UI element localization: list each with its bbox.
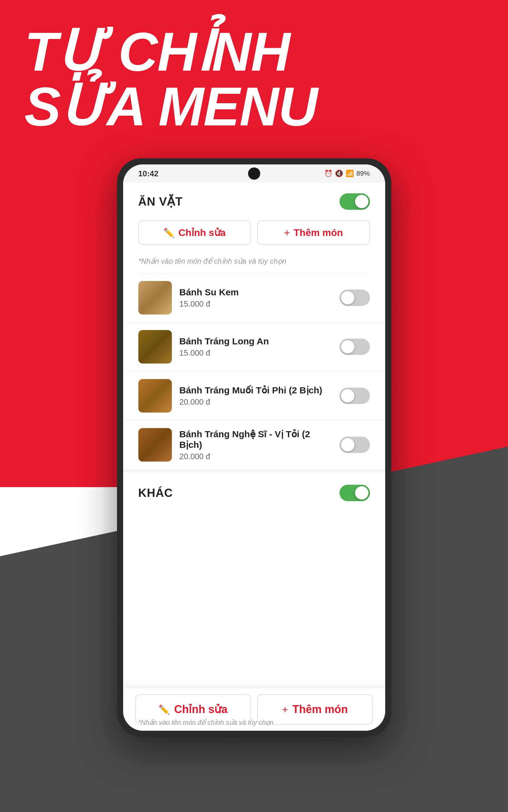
an-vat-hint: *Nhấn vào tên món để chỉnh sửa và tùy ch…: [123, 254, 385, 273]
banh-trang-long-an-price: 15.000 đ: [179, 348, 332, 358]
banh-nghe-si-toggle[interactable]: [339, 437, 370, 453]
pencil-icon-2: ✏️: [159, 704, 170, 715]
menu-item-banh-trang-long-an: Bánh Tráng Long An 15.000 đ: [123, 323, 385, 372]
banh-nghe-si-toggle-knob: [341, 438, 354, 451]
banh-muoi-toi-phi-toggle-knob: [341, 389, 354, 402]
status-bar: 10:42 ⏰ 🔇 📶 89%: [123, 164, 385, 183]
banh-su-kem-info[interactable]: Bánh Su Kem 15.000 đ: [179, 287, 332, 309]
banh-su-kem-price: 15.000 đ: [179, 299, 332, 309]
banh-su-kem-toggle[interactable]: [339, 290, 370, 306]
bottom-add-label: Thêm món: [292, 703, 348, 716]
menu-item-banh-muoi-toi-phi: Bánh Tráng Muối Tỏi Phi (2 Bịch) 20.000 …: [123, 372, 385, 421]
banh-nghe-si-placeholder: [138, 428, 172, 462]
khac-toggle-knob: [355, 486, 369, 499]
banh-muoi-toi-phi-price: 20.000 đ: [179, 397, 332, 407]
banh-nghe-si-image: [138, 428, 172, 462]
an-vat-actions: ✏️ Chỉnh sửa + Thêm món: [123, 218, 385, 254]
banh-muoi-toi-phi-info[interactable]: Bánh Tráng Muối Tỏi Phi (2 Bịch) 20.000 …: [179, 385, 332, 407]
wifi-icon: 📶: [346, 170, 354, 178]
an-vat-toggle[interactable]: [339, 193, 370, 210]
hero-title-line1: TỰ CHỈNH: [25, 25, 317, 79]
banh-nghe-si-price: 20.000 đ: [179, 452, 332, 461]
an-vat-edit-label: Chỉnh sửa: [178, 227, 225, 238]
battery-text: 89%: [356, 170, 370, 178]
hero-title-line2: SỬA MENU: [25, 79, 317, 134]
an-vat-edit-button[interactable]: ✏️ Chỉnh sửa: [138, 221, 251, 245]
phone-screen: 10:42 ⏰ 🔇 📶 89% ĂN VẶT: [123, 164, 385, 731]
banh-trang-long-an-info[interactable]: Bánh Tráng Long An 15.000 đ: [179, 336, 332, 358]
bottom-hint: *Nhấn vào tên món để chỉnh sửa và tùy ch…: [138, 714, 370, 731]
banh-trang-long-an-toggle[interactable]: [339, 339, 370, 355]
banh-nghe-si-info[interactable]: Bánh Tráng Nghệ Sĩ - Vị Tỏi (2 Bịch) 20.…: [179, 429, 332, 461]
banh-nghe-si-name: Bánh Tráng Nghệ Sĩ - Vị Tỏi (2 Bịch): [179, 429, 332, 450]
khac-header: KHÁC: [138, 482, 370, 504]
banh-muoi-toi-phi-name: Bánh Tráng Muối Tỏi Phi (2 Bịch): [179, 385, 332, 395]
banh-su-kem-image: [138, 281, 172, 315]
hero-title: TỰ CHỈNH SỬA MENU: [25, 25, 317, 134]
plus-icon-1: +: [284, 227, 290, 239]
alarm-icon: ⏰: [324, 170, 333, 178]
phone-frame: 10:42 ⏰ 🔇 📶 89% ĂN VẶT: [117, 158, 391, 737]
khac-title: KHÁC: [138, 486, 173, 499]
bottom-edit-label: Chỉnh sửa: [174, 703, 227, 716]
plus-icon-2: +: [282, 704, 288, 715]
banh-trang-long-an-toggle-knob: [341, 340, 354, 353]
banh-su-kem-placeholder: [138, 281, 172, 315]
an-vat-add-label: Thêm món: [294, 227, 343, 238]
banh-muoi-placeholder: [138, 379, 172, 413]
an-vat-header: ĂN VẶT: [123, 183, 385, 218]
an-vat-toggle-knob: [355, 195, 369, 208]
menu-item-banh-su-kem: Bánh Su Kem 15.000 đ: [123, 273, 385, 323]
camera-notch: [248, 168, 260, 180]
banh-trang-long-an-name: Bánh Tráng Long An: [179, 336, 332, 346]
phone-container: 10:42 ⏰ 🔇 📶 89% ĂN VẶT: [117, 158, 391, 737]
banh-su-kem-toggle-knob: [341, 291, 354, 304]
status-time: 10:42: [138, 169, 159, 179]
mute-icon: 🔇: [335, 170, 343, 178]
banh-su-kem-name: Bánh Su Kem: [179, 287, 332, 297]
banh-trang-long-an-placeholder: [138, 330, 172, 364]
khac-toggle[interactable]: [339, 485, 370, 501]
an-vat-add-button[interactable]: + Thêm món: [257, 221, 370, 245]
pencil-icon-1: ✏️: [163, 228, 175, 238]
khac-section: KHÁC: [123, 470, 385, 510]
menu-item-banh-nghe-si: Bánh Tráng Nghệ Sĩ - Vị Tỏi (2 Bịch) 20.…: [123, 421, 385, 470]
an-vat-title: ĂN VẶT: [138, 195, 183, 208]
camera-area: [248, 168, 260, 180]
status-icons: ⏰ 🔇 📶 89%: [324, 170, 370, 178]
banh-trang-long-an-image: [138, 330, 172, 364]
banh-muoi-toi-phi-toggle[interactable]: [339, 388, 370, 404]
banh-muoi-toi-phi-image: [138, 379, 172, 413]
